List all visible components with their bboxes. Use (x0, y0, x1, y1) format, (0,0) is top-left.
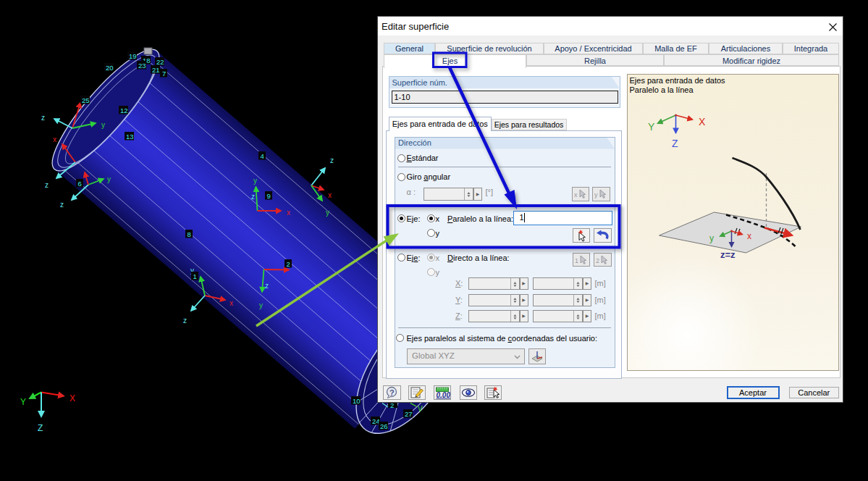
svg-text:?: ? (389, 388, 395, 397)
svg-text:y: y (107, 175, 111, 183)
svg-text:x: x (53, 135, 56, 143)
svg-text:25: 25 (82, 96, 90, 104)
svg-text:x: x (747, 231, 751, 241)
svg-text:26: 26 (380, 422, 388, 430)
svg-text:27: 27 (405, 410, 413, 418)
svg-text:19: 19 (129, 52, 137, 60)
svg-text:23: 23 (138, 62, 146, 70)
svg-text:y: y (101, 121, 105, 129)
svg-text:z: z (60, 201, 64, 209)
svg-text:X: X (69, 393, 75, 403)
svg-text:z: z (265, 282, 269, 290)
svg-text:12: 12 (120, 106, 128, 114)
svg-text:22: 22 (156, 58, 164, 66)
svg-text:z: z (183, 317, 187, 325)
svg-text:1: 1 (193, 272, 197, 280)
svg-text:20: 20 (106, 64, 114, 72)
svg-text:0.00: 0.00 (437, 391, 451, 399)
svg-text:6: 6 (78, 180, 82, 188)
svg-text:y: y (709, 233, 714, 243)
svg-text:9: 9 (267, 192, 271, 200)
svg-text:2: 2 (287, 260, 290, 268)
svg-text:Z: Z (672, 138, 678, 149)
svg-text:z: z (251, 193, 255, 201)
svg-text:7: 7 (162, 70, 166, 78)
svg-text:X: X (699, 116, 706, 127)
svg-text:x: x (574, 191, 578, 198)
svg-text:1: 1 (575, 257, 578, 264)
svg-text:13: 13 (126, 133, 134, 141)
svg-text:y: y (259, 301, 263, 309)
svg-text:x: x (287, 209, 290, 217)
svg-text:z=z: z=z (720, 249, 736, 260)
svg-text:Y: Y (648, 121, 655, 133)
svg-text:x: x (328, 191, 332, 199)
svg-text:y: y (253, 177, 257, 185)
svg-text:10: 10 (353, 397, 361, 405)
svg-text:8: 8 (187, 230, 191, 238)
svg-text:z: z (330, 156, 334, 164)
svg-text:z: z (45, 181, 49, 189)
svg-text:Z: Z (38, 423, 43, 433)
svg-text:21: 21 (152, 66, 160, 74)
svg-text:y: y (594, 191, 598, 198)
svg-text:4: 4 (261, 152, 264, 160)
svg-text:y: y (326, 209, 329, 217)
svg-text:x: x (229, 299, 233, 307)
svg-text:24: 24 (372, 417, 380, 425)
svg-text:Y: Y (20, 397, 26, 407)
svg-text:z: z (41, 114, 45, 122)
svg-text:V: V (418, 405, 423, 413)
svg-text:2: 2 (596, 257, 599, 264)
